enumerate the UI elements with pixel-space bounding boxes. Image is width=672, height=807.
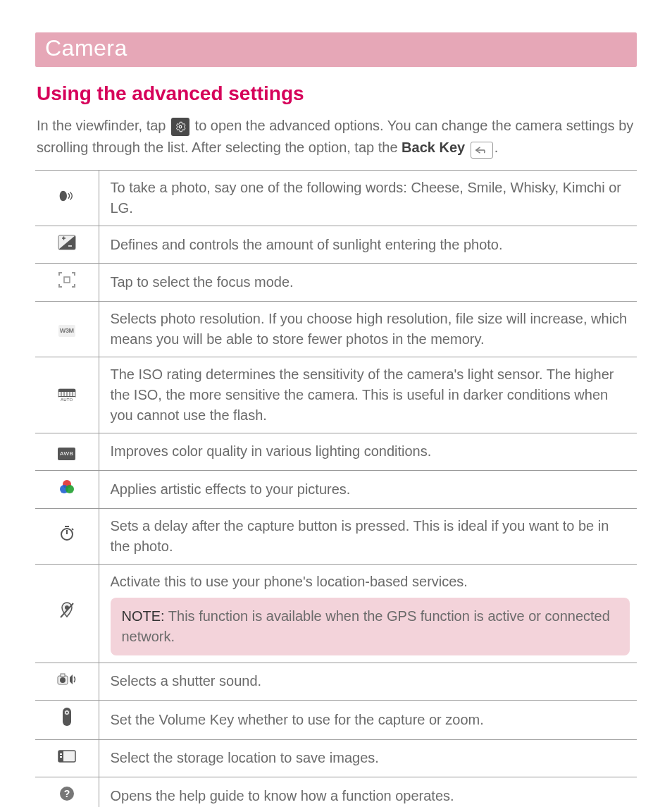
iso-label: AUTO — [58, 397, 76, 403]
resolution-label: W3M — [58, 325, 75, 337]
desc-cell: Select the storage location to save imag… — [99, 739, 637, 777]
iso-icon: AUTO — [56, 386, 77, 404]
intro-period: . — [494, 140, 499, 155]
svg-point-20 — [60, 677, 66, 683]
focus-mode-icon — [56, 271, 77, 289]
icon-cell — [35, 739, 99, 777]
chapter-header: Camera — [35, 32, 637, 67]
table-row: Activate this to use your phone's locati… — [35, 564, 637, 663]
awb-label: AWB — [58, 448, 75, 460]
desc-cell: Tap to select the focus mode. — [99, 264, 637, 302]
exposure-icon — [56, 233, 77, 252]
desc-cell: Opens the help guide to know how a funct… — [99, 777, 637, 807]
icon-cell — [35, 264, 99, 302]
icon-cell — [35, 564, 99, 663]
desc-cell: Selects photo resolution. If you choose … — [99, 302, 637, 357]
table-row: Selects a shutter sound. — [35, 663, 637, 700]
svg-rect-19 — [61, 674, 65, 677]
desc-cell: Defines and controls the amount of sunli… — [99, 226, 637, 264]
desc-cell: Activate this to use your phone's locati… — [99, 564, 637, 663]
icon-cell: AUTO — [35, 357, 99, 433]
resolution-icon: W3M — [56, 322, 77, 340]
svg-point-14 — [66, 485, 74, 493]
svg-point-23 — [66, 711, 68, 713]
desc-cell: To take a photo, say one of the followin… — [99, 171, 637, 226]
icon-cell — [35, 226, 99, 264]
icon-cell — [35, 663, 99, 700]
chapter-title: Camera — [45, 35, 127, 61]
icon-cell: ? — [35, 777, 99, 807]
icon-cell — [35, 508, 99, 564]
icon-cell: AWB — [35, 433, 99, 471]
table-row: Sets a delay after the capture button is… — [35, 508, 637, 564]
page: Camera Using the advanced settings In th… — [0, 0, 672, 807]
voice-shutter-icon — [56, 187, 77, 205]
table-row: Applies artistic effects to your picture… — [35, 470, 637, 508]
white-balance-icon: AWB — [56, 445, 77, 463]
row-desc-text: Activate this to use your phone's locati… — [111, 574, 468, 589]
desc-cell: Selects a shutter sound. — [99, 663, 637, 700]
settings-table: To take a photo, say one of the followin… — [35, 170, 637, 807]
help-icon: ? — [56, 784, 77, 803]
icon-cell — [35, 470, 99, 508]
table-row: W3M Selects photo resolution. If you cho… — [35, 302, 637, 357]
desc-cell: Set the Volume Key whether to use for th… — [99, 700, 637, 739]
section-heading: Using the advanced settings — [37, 82, 635, 105]
svg-text:?: ? — [63, 788, 70, 799]
gear-icon — [171, 118, 189, 136]
desc-cell: Improves color quality in various lighti… — [99, 433, 637, 471]
svg-rect-3 — [64, 277, 70, 283]
table-row: AUTO The ISO rating determines the sensi… — [35, 357, 637, 433]
icon-cell — [35, 700, 99, 739]
table-row: Set the Volume Key whether to use for th… — [35, 700, 637, 739]
volume-key-icon — [56, 708, 77, 726]
back-key-label: Back Key — [402, 140, 465, 155]
note-label: NOTE: — [122, 608, 165, 624]
back-key-icon — [471, 142, 493, 159]
table-row: Tap to select the focus mode. — [35, 264, 637, 302]
svg-rect-26 — [60, 753, 62, 755]
desc-cell: Sets a delay after the capture button is… — [99, 508, 637, 564]
svg-rect-27 — [60, 756, 62, 758]
timer-icon — [56, 524, 77, 543]
table-row: Select the storage location to save imag… — [35, 739, 637, 777]
table-row: To take a photo, say one of the followin… — [35, 171, 637, 226]
table-row: Defines and controls the amount of sunli… — [35, 226, 637, 264]
note-box: NOTE: This function is available when th… — [111, 598, 630, 655]
intro-paragraph: In the viewfinder, tap to open the advan… — [37, 115, 635, 159]
note-text: This function is available when the GPS … — [122, 608, 610, 644]
icon-cell — [35, 171, 99, 226]
storage-icon — [56, 747, 77, 765]
intro-text-1: In the viewfinder, tap — [37, 118, 170, 133]
desc-cell: Applies artistic effects to your picture… — [99, 470, 637, 508]
table-row: ? Opens the help guide to know how a fun… — [35, 777, 637, 807]
shutter-sound-icon — [56, 670, 77, 689]
desc-cell: The ISO rating determines the sensitivit… — [99, 357, 637, 433]
color-effect-icon — [56, 478, 77, 496]
table-row: AWB Improves color quality in various li… — [35, 433, 637, 471]
geotag-icon — [56, 601, 77, 620]
icon-cell: W3M — [35, 302, 99, 357]
svg-point-1 — [180, 126, 181, 128]
